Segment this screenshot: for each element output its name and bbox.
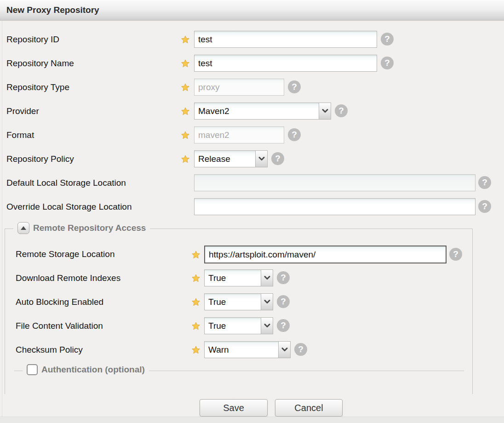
- panel-header: New Proxy Repository: [0, 0, 504, 21]
- required-star-icon: [192, 274, 200, 282]
- cancel-button[interactable]: Cancel: [275, 399, 343, 417]
- required-star-icon: [192, 298, 200, 306]
- override-local-storage-input[interactable]: [194, 198, 475, 215]
- collapse-fieldset-button[interactable]: [17, 222, 29, 234]
- repository-id-input[interactable]: [194, 31, 377, 48]
- required-star-icon: [192, 346, 200, 354]
- remote-repository-access-legend: Remote Repository Access: [13, 222, 150, 234]
- provider-label: Provider: [6, 103, 39, 120]
- file-content-validation-selected-value: True: [208, 318, 226, 334]
- repository-name-help-icon[interactable]: ?: [381, 57, 394, 69]
- auto-blocking-enabled-help-icon[interactable]: ?: [277, 295, 290, 308]
- chevron-down-icon[interactable]: [261, 318, 273, 334]
- provider-select[interactable]: Maven2: [194, 103, 331, 120]
- download-remote-indexes-selected-value: True: [208, 270, 226, 286]
- file-content-validation-label: File Content Validation: [16, 317, 103, 334]
- authentication-title: Authentication (optional): [41, 365, 145, 375]
- repository-policy-label: Repository Policy: [6, 150, 74, 167]
- download-remote-indexes-select[interactable]: True: [204, 269, 273, 286]
- required-star-icon: [192, 251, 200, 259]
- repository-policy-select[interactable]: Release: [194, 150, 268, 167]
- repository-type-label: Repository Type: [6, 79, 69, 96]
- required-star-icon: [181, 59, 189, 68]
- remote-repository-access-title: Remote Repository Access: [33, 223, 146, 233]
- required-star-icon: [181, 83, 189, 91]
- chevron-down-icon[interactable]: [278, 342, 290, 358]
- repository-type-help-icon[interactable]: ?: [288, 80, 301, 93]
- format-label: Format: [6, 126, 34, 143]
- triangle-up-icon: [21, 226, 26, 230]
- required-star-icon: [181, 107, 189, 115]
- required-star-icon: [192, 322, 200, 330]
- default-local-storage-label: Default Local Storage Location: [6, 174, 126, 191]
- repository-policy-selected-value: Release: [198, 151, 230, 167]
- file-content-validation-help-icon[interactable]: ?: [277, 319, 290, 332]
- provider-help-icon[interactable]: ?: [335, 104, 348, 117]
- repository-name-input[interactable]: [194, 55, 377, 72]
- override-local-storage-label: Override Local Storage Location: [6, 198, 132, 215]
- format-input: [194, 126, 284, 143]
- save-button[interactable]: Save: [200, 399, 268, 417]
- required-star-icon: [181, 35, 189, 44]
- chevron-down-icon[interactable]: [319, 103, 331, 119]
- required-star-icon: [181, 131, 189, 139]
- checksum-policy-help-icon[interactable]: ?: [294, 343, 307, 356]
- file-content-validation-select[interactable]: True: [204, 317, 273, 334]
- authentication-legend: Authentication (optional): [23, 364, 149, 375]
- authentication-checkbox[interactable]: [27, 364, 38, 375]
- repository-policy-help-icon[interactable]: ?: [271, 152, 284, 165]
- provider-selected-value: Maven2: [198, 103, 229, 119]
- download-remote-indexes-help-icon[interactable]: ?: [277, 271, 290, 284]
- remote-storage-input[interactable]: [204, 246, 447, 263]
- auto-blocking-enabled-select[interactable]: True: [204, 293, 273, 310]
- checksum-policy-label: Checksum Policy: [16, 341, 83, 358]
- panel-bottom-edge: [0, 417, 504, 423]
- repository-id-help-icon[interactable]: ?: [381, 33, 394, 46]
- required-star-icon: [181, 155, 189, 163]
- chevron-down-icon[interactable]: [255, 151, 267, 167]
- new-proxy-repository-panel: New Proxy Repository Repository ID ? Rep…: [0, 0, 504, 423]
- repository-name-label: Repository Name: [6, 55, 74, 72]
- checksum-policy-select[interactable]: Warn: [204, 341, 291, 358]
- remote-storage-help-icon[interactable]: ?: [449, 248, 462, 261]
- remote-storage-label: Remote Storage Location: [16, 246, 115, 263]
- chevron-down-icon[interactable]: [261, 270, 273, 286]
- auto-blocking-enabled-selected-value: True: [208, 294, 226, 310]
- panel-left-edge: [2, 21, 2, 423]
- override-local-storage-help-icon[interactable]: ?: [478, 200, 491, 213]
- default-local-storage-input[interactable]: [194, 174, 475, 191]
- download-remote-indexes-label: Download Remote Indexes: [16, 269, 120, 286]
- format-help-icon[interactable]: ?: [288, 128, 301, 141]
- repository-type-input: [194, 79, 284, 96]
- checksum-policy-selected-value: Warn: [208, 342, 229, 358]
- chevron-down-icon[interactable]: [261, 294, 273, 310]
- default-local-storage-help-icon[interactable]: ?: [478, 176, 491, 189]
- repository-id-label: Repository ID: [6, 31, 59, 48]
- panel-title: New Proxy Repository: [6, 0, 99, 20]
- auto-blocking-enabled-label: Auto Blocking Enabled: [16, 293, 103, 310]
